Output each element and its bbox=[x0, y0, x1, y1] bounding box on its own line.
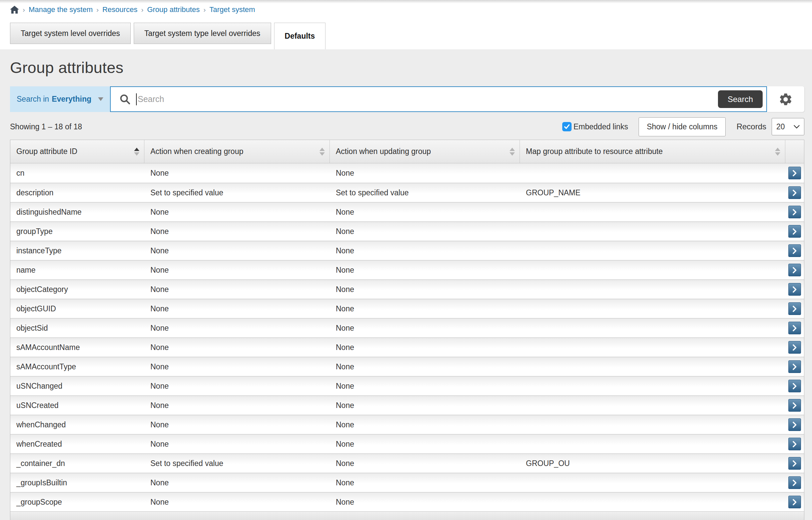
row-detail-button[interactable] bbox=[788, 399, 801, 412]
cell-map-attribute bbox=[520, 473, 785, 492]
tab-defaults[interactable]: Defaults bbox=[274, 23, 326, 49]
chevron-right-icon bbox=[793, 267, 797, 273]
chevron-right-icon bbox=[793, 228, 797, 235]
records-per-page-select[interactable]: 20 bbox=[772, 118, 804, 135]
cell-action-when-updating: None bbox=[330, 222, 520, 241]
chevron-right-icon bbox=[793, 364, 797, 370]
cell-group-attribute-id: instanceType bbox=[10, 241, 144, 260]
cell-row-actions bbox=[785, 163, 804, 183]
cell-action-when-updating: None bbox=[330, 493, 520, 511]
home-icon[interactable] bbox=[10, 6, 19, 14]
chevron-right-icon bbox=[793, 190, 797, 196]
chevron-right-icon bbox=[793, 499, 797, 505]
search-scope-value: Everything bbox=[52, 95, 92, 104]
cell-map-attribute bbox=[520, 396, 785, 415]
table-row: description Set to specified value Set t… bbox=[10, 183, 804, 202]
list-controls: Showing 1 – 18 of 18 Embedded links Show… bbox=[10, 117, 804, 136]
cell-row-actions bbox=[785, 299, 804, 318]
breadcrumb-link-resources[interactable]: Resources bbox=[102, 5, 137, 14]
table-footer bbox=[10, 511, 804, 520]
records-value: 20 bbox=[776, 122, 785, 131]
tab-target-system-type-level-overrides[interactable]: Target system type level overrides bbox=[134, 23, 271, 44]
search-scope-dropdown[interactable]: Search in Everything bbox=[10, 86, 110, 112]
row-detail-button[interactable] bbox=[788, 264, 801, 276]
row-detail-button[interactable] bbox=[788, 476, 801, 489]
table-row: name None None bbox=[10, 260, 804, 279]
cell-action-when-creating: None bbox=[144, 299, 330, 318]
row-detail-button[interactable] bbox=[788, 206, 801, 218]
cell-row-actions bbox=[785, 493, 804, 511]
search-input[interactable]: Search Search bbox=[110, 86, 767, 112]
breadcrumb-link-manage-the-system[interactable]: Manage the system bbox=[29, 5, 93, 14]
table-row: uSNCreated None None bbox=[10, 395, 804, 415]
table-row: uSNChanged None None bbox=[10, 376, 804, 395]
tab-bar: Target system level overrides Target sys… bbox=[10, 23, 328, 49]
row-detail-button[interactable] bbox=[788, 341, 801, 354]
cell-action-when-updating: None bbox=[330, 261, 520, 279]
breadcrumb-link-group-attributes[interactable]: Group attributes bbox=[147, 5, 200, 14]
chevron-right-icon bbox=[793, 170, 797, 176]
sort-arrows-icon[interactable] bbox=[775, 148, 780, 156]
cell-row-actions bbox=[785, 415, 804, 434]
cell-map-attribute: GROUP_OU bbox=[520, 454, 785, 473]
cell-group-attribute-id: cn bbox=[10, 163, 144, 183]
chevron-right-icon bbox=[793, 209, 797, 215]
cell-action-when-updating: None bbox=[330, 415, 520, 434]
search-settings-button[interactable] bbox=[767, 86, 804, 112]
cell-action-when-creating: None bbox=[144, 473, 330, 492]
row-detail-button[interactable] bbox=[788, 418, 801, 431]
column-header-action-when-creating-group[interactable]: Action when creating group bbox=[144, 140, 330, 163]
cell-group-attribute-id: sAMAccountName bbox=[10, 338, 144, 357]
cell-action-when-updating: None bbox=[330, 357, 520, 376]
cell-row-actions bbox=[785, 396, 804, 415]
row-detail-button[interactable] bbox=[788, 438, 801, 450]
cell-row-actions bbox=[785, 280, 804, 299]
cell-map-attribute bbox=[520, 435, 785, 453]
row-detail-button[interactable] bbox=[788, 167, 801, 179]
breadcrumb-link-target-system[interactable]: Target system bbox=[209, 5, 255, 14]
column-label: Map group attribute to resource attribut… bbox=[526, 147, 771, 156]
cell-map-attribute bbox=[520, 261, 785, 279]
cell-action-when-creating: Set to specified value bbox=[144, 183, 330, 202]
cell-map-attribute bbox=[520, 299, 785, 318]
search-placeholder: Search bbox=[138, 94, 164, 104]
search-button[interactable]: Search bbox=[718, 90, 763, 108]
row-detail-button[interactable] bbox=[788, 496, 801, 508]
records-label: Records bbox=[737, 122, 766, 131]
table-row: objectCategory None None bbox=[10, 279, 804, 299]
column-label: Action when updating group bbox=[336, 147, 506, 156]
show-hide-columns-button[interactable]: Show / hide columns bbox=[639, 117, 725, 136]
sort-arrows-icon[interactable] bbox=[134, 148, 139, 156]
row-detail-button[interactable] bbox=[788, 457, 801, 470]
caret-down-icon bbox=[98, 97, 103, 101]
row-detail-button[interactable] bbox=[788, 225, 801, 238]
column-header-map-group-attribute[interactable]: Map group attribute to resource attribut… bbox=[520, 140, 785, 163]
chevron-right-icon bbox=[793, 248, 797, 254]
embedded-links-toggle[interactable]: Embedded links bbox=[562, 122, 628, 131]
checkbox-checked[interactable] bbox=[562, 122, 572, 131]
column-header-action-when-updating-group[interactable]: Action when updating group bbox=[330, 140, 520, 163]
sort-arrows-icon[interactable] bbox=[510, 148, 515, 156]
column-header-group-attribute-id[interactable]: Group attribute ID bbox=[10, 140, 144, 163]
row-detail-button[interactable] bbox=[788, 360, 801, 373]
row-detail-button[interactable] bbox=[788, 283, 801, 296]
cell-group-attribute-id: whenChanged bbox=[10, 415, 144, 434]
tab-target-system-level-overrides[interactable]: Target system level overrides bbox=[10, 23, 131, 44]
cell-map-attribute bbox=[520, 338, 785, 357]
cell-action-when-creating: None bbox=[144, 203, 330, 221]
chevron-right-icon bbox=[793, 306, 797, 312]
sort-arrows-icon[interactable] bbox=[320, 148, 325, 156]
row-detail-button[interactable] bbox=[788, 322, 801, 334]
chevron-right-icon bbox=[793, 383, 797, 389]
cell-action-when-updating: None bbox=[330, 396, 520, 415]
cell-row-actions bbox=[785, 377, 804, 395]
cell-action-when-creating: None bbox=[144, 435, 330, 453]
chevron-right-icon bbox=[793, 286, 797, 293]
top-bar: › Manage the system › Resources › Group … bbox=[0, 0, 812, 49]
column-label: Action when creating group bbox=[150, 147, 315, 156]
row-detail-button[interactable] bbox=[788, 380, 801, 392]
row-detail-button[interactable] bbox=[788, 244, 801, 257]
row-detail-button[interactable] bbox=[788, 302, 801, 315]
cell-action-when-creating: None bbox=[144, 493, 330, 511]
row-detail-button[interactable] bbox=[788, 186, 801, 199]
